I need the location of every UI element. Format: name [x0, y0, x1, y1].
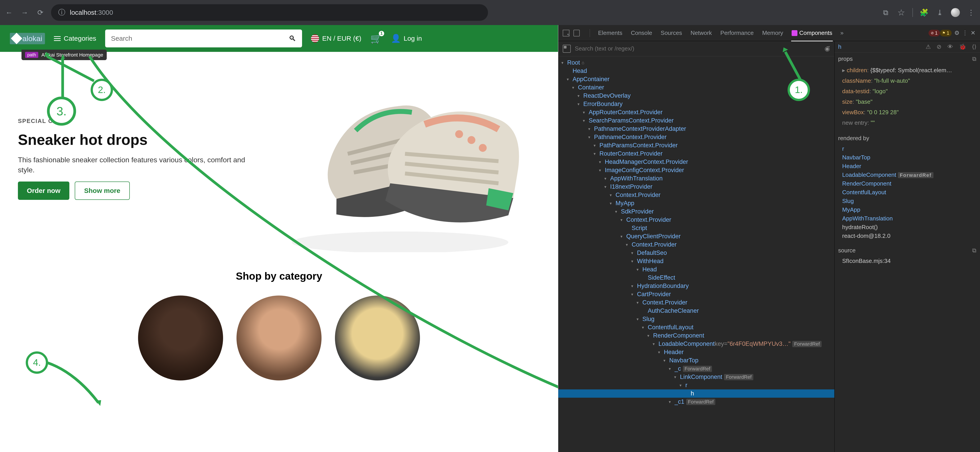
prop-row[interactable]: ▸ children: {$$typeof: Symbol(react.elem… — [835, 65, 980, 76]
device-mode-icon[interactable] — [573, 30, 580, 36]
locale-selector[interactable]: EN / EUR (€) — [311, 35, 361, 43]
search-icon[interactable]: 🔍︎ — [289, 34, 296, 43]
tree-node[interactable]: ▾PathnameContextProviderAdapter — [558, 125, 834, 133]
tree-node[interactable]: ▾I18nextProvider — [558, 182, 834, 191]
rendered-by-item[interactable]: NavbarTop — [835, 153, 980, 162]
tree-node[interactable]: ▾Root⌂ — [558, 59, 834, 67]
login-button[interactable]: 👤 Log in — [391, 34, 422, 43]
tree-node[interactable]: ▾CartProvider — [558, 290, 834, 298]
tree-node[interactable]: ▾Context.Provider — [558, 298, 834, 307]
address-bar[interactable]: ⓘ localhost:3000 — [51, 4, 488, 21]
tree-node[interactable]: ▾Context.Provider — [558, 216, 834, 224]
tree-node[interactable]: ▾SearchParamsContext.Provider — [558, 116, 834, 125]
tab-network[interactable]: Network — [690, 29, 712, 37]
rendered-by-item[interactable]: RenderComponent — [835, 179, 980, 188]
devtools-settings-icon[interactable]: ⚙ — [954, 30, 959, 36]
eye-icon[interactable]: 👁 — [947, 43, 953, 50]
tree-node[interactable]: Script — [558, 224, 834, 232]
tree-node[interactable]: ▾SdkProvider — [558, 208, 834, 216]
cart-button[interactable]: 🛒 1 — [370, 33, 382, 44]
logo[interactable]: alokai — [10, 33, 45, 44]
category-item[interactable] — [138, 295, 223, 381]
tree-node[interactable]: ▾ContentfulLayout — [558, 323, 834, 331]
rendered-by-item[interactable]: Slug — [835, 197, 980, 205]
tab-console[interactable]: Console — [630, 29, 652, 37]
tree-node[interactable]: ▾QueryClientProvider — [558, 232, 834, 241]
code-icon[interactable]: ⟨⟩ — [972, 43, 977, 50]
tab-elements[interactable]: Elements — [598, 29, 623, 37]
tree-search-input[interactable] — [575, 45, 821, 52]
tree-node[interactable]: ▾Context.Provider — [558, 191, 834, 199]
tree-node[interactable]: ▾ImageConfigContext.Provider — [558, 166, 834, 174]
back-icon[interactable]: ← — [5, 8, 13, 17]
tree-node[interactable]: ▾r — [558, 381, 834, 389]
tree-node[interactable]: ▾Header — [558, 348, 834, 356]
tree-node[interactable]: ▾ErrorBoundary — [558, 100, 834, 108]
tab-sources[interactable]: Sources — [660, 29, 682, 37]
prop-row[interactable]: className: "h-full w-auto" — [835, 76, 980, 86]
source-file[interactable]: SfIconBase.mjs:34 — [835, 257, 980, 265]
rendered-by-item[interactable]: MyApp — [835, 205, 980, 214]
category-item[interactable] — [237, 295, 321, 381]
timer-icon[interactable]: ⊘ — [937, 43, 942, 50]
tab-components[interactable]: Components — [791, 29, 832, 37]
rendered-by-item[interactable]: ContentfulLayout — [835, 188, 980, 197]
tree-node[interactable]: ▾WithHead — [558, 257, 834, 265]
tree-node[interactable]: ▾RenderComponent — [558, 331, 834, 340]
prop-row[interactable]: new entry: "" — [835, 117, 980, 128]
reload-icon[interactable]: ⟳ — [36, 8, 45, 17]
bug-icon[interactable]: 🐞 — [959, 43, 966, 50]
extensions-icon[interactable]: 🧩 — [920, 8, 929, 17]
copy-icon[interactable]: ⧉ — [972, 247, 977, 254]
tab-memory[interactable]: Memory — [762, 29, 784, 37]
tree-node[interactable]: ▾PathnameContext.Provider — [558, 133, 834, 141]
tree-node[interactable]: ▾NavbarTop — [558, 356, 834, 365]
tab-performance[interactable]: Performance — [720, 29, 754, 37]
tree-node[interactable]: ▾HeadManagerContext.Provider — [558, 158, 834, 166]
rendered-by-item[interactable]: Header — [835, 162, 980, 171]
rendered-by-item[interactable]: r — [835, 144, 980, 153]
tree-node[interactable]: ▾MyApp — [558, 199, 834, 208]
install-icon[interactable]: ⧉ — [881, 8, 890, 17]
tree-node[interactable]: Head — [558, 67, 834, 75]
order-now-button[interactable]: Order now — [18, 181, 69, 200]
tree-node[interactable]: AuthCacheCleaner — [558, 307, 834, 315]
prop-row[interactable]: size: "base" — [835, 97, 980, 107]
forward-icon[interactable]: → — [20, 8, 29, 17]
tree-node[interactable]: h — [558, 389, 834, 398]
eyedropper-icon[interactable]: ◉⃗ — [824, 45, 830, 52]
chrome-menu-icon[interactable]: ⋮ — [967, 8, 975, 17]
tree-node[interactable]: ▾DefaultSeo — [558, 249, 834, 257]
select-element-icon[interactable] — [563, 45, 571, 53]
tree-node[interactable]: ▾HydrationBoundary — [558, 282, 834, 290]
site-info-icon[interactable]: ⓘ — [57, 8, 66, 17]
bookmark-icon[interactable]: ☆ — [897, 8, 906, 17]
console-warnings[interactable]: ⚑1 — [940, 30, 951, 36]
show-more-button[interactable]: Show more — [75, 181, 130, 200]
tree-node[interactable]: ▾_c1ForwardRef — [558, 398, 834, 406]
tree-node[interactable]: ▾RouterContext.Provider — [558, 149, 834, 158]
warn-icon[interactable]: ⚠ — [926, 43, 931, 50]
inspect-element-icon[interactable]: ↖ — [563, 30, 570, 36]
rendered-by-item[interactable]: AppWithTranslation — [835, 214, 980, 223]
tree-node[interactable]: ▾AppWithTranslation — [558, 174, 834, 182]
category-item[interactable] — [335, 295, 420, 381]
rendered-by-item[interactable]: react-dom@18.2.0 — [835, 232, 980, 240]
download-icon[interactable]: ⤓ — [935, 8, 944, 17]
rendered-by-item[interactable]: hydrateRoot() — [835, 223, 980, 232]
copy-icon[interactable]: ⧉ — [972, 56, 977, 62]
prop-row[interactable]: viewBox: "0 0 129 28" — [835, 107, 980, 117]
tree-node[interactable]: ▾AppRouterContext.Provider — [558, 108, 834, 116]
prop-row[interactable]: data-testid: "logo" — [835, 86, 980, 97]
console-errors[interactable]: ⊘1 — [929, 30, 940, 36]
categories-button[interactable]: Categories — [54, 35, 96, 42]
tree-node[interactable]: ▾Context.Provider — [558, 241, 834, 249]
search-input[interactable]: Search 🔍︎ — [105, 30, 302, 48]
devtools-menu-icon[interactable]: ⋮ — [962, 30, 968, 36]
tree-node[interactable]: ▾Head — [558, 265, 834, 274]
tree-node[interactable]: ▾PathParamsContext.Provider — [558, 141, 834, 149]
tabs-overflow-icon[interactable]: » — [840, 30, 843, 36]
devtools-close-icon[interactable]: ✕ — [970, 30, 975, 36]
rendered-by-item[interactable]: LoadableComponentForwardRef — [835, 171, 980, 179]
tree-node[interactable]: ▾_cForwardRef — [558, 365, 834, 373]
